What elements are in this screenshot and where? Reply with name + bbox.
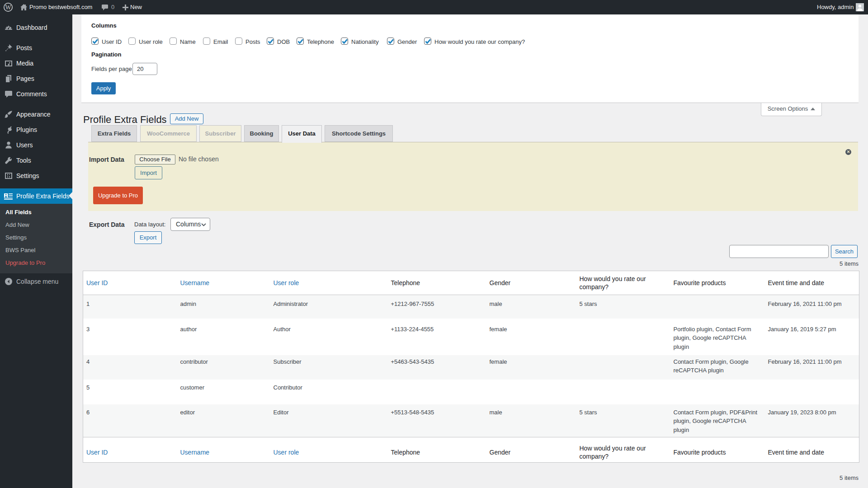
svg-text:W: W (5, 4, 11, 11)
